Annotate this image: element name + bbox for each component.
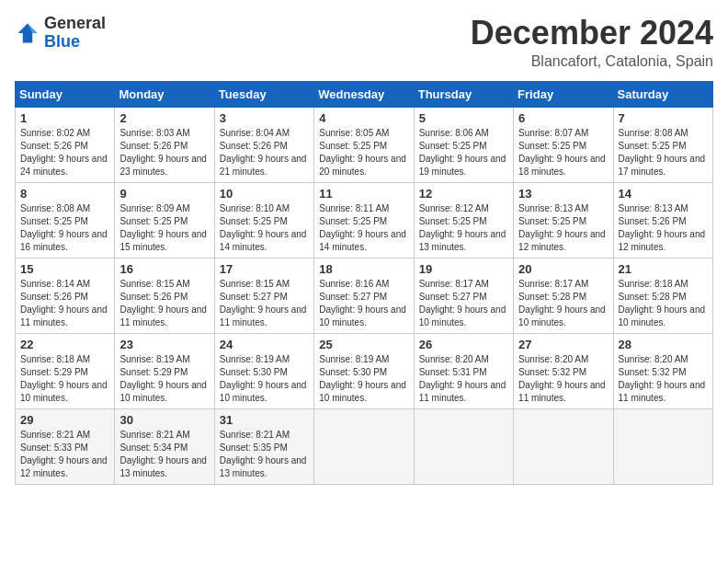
day-cell <box>414 408 513 484</box>
cell-info: Sunrise: 8:03 AMSunset: 5:26 PMDaylight:… <box>119 127 209 178</box>
day-cell: 29 Sunrise: 8:21 AMSunset: 5:33 PMDaylig… <box>16 408 115 484</box>
day-number: 25 <box>319 338 408 351</box>
day-cell: 9 Sunrise: 8:09 AMSunset: 5:25 PMDayligh… <box>115 182 214 258</box>
day-number: 4 <box>319 111 408 125</box>
col-friday: Friday <box>514 81 613 107</box>
cell-info: Sunrise: 8:19 AMSunset: 5:29 PMDaylight:… <box>119 353 209 405</box>
day-cell: 16 Sunrise: 8:15 AMSunset: 5:26 PMDaylig… <box>115 258 214 333</box>
cell-info: Sunrise: 8:13 AMSunset: 5:25 PMDaylight:… <box>518 202 608 254</box>
cell-info: Sunrise: 8:05 AMSunset: 5:25 PMDaylight:… <box>319 127 408 178</box>
day-cell: 24 Sunrise: 8:19 AMSunset: 5:30 PMDaylig… <box>214 333 313 408</box>
day-cell: 18 Sunrise: 8:16 AMSunset: 5:27 PMDaylig… <box>314 258 414 333</box>
day-cell: 19 Sunrise: 8:17 AMSunset: 5:27 PMDaylig… <box>414 258 513 333</box>
day-cell: 25 Sunrise: 8:19 AMSunset: 5:30 PMDaylig… <box>314 333 414 408</box>
cell-info: Sunrise: 8:18 AMSunset: 5:29 PMDaylight:… <box>20 353 109 405</box>
day-cell: 22 Sunrise: 8:18 AMSunset: 5:29 PMDaylig… <box>16 333 115 408</box>
cell-info: Sunrise: 8:18 AMSunset: 5:28 PMDaylight:… <box>619 278 708 329</box>
day-number: 14 <box>619 187 708 201</box>
day-cell: 27 Sunrise: 8:20 AMSunset: 5:32 PMDaylig… <box>514 333 613 408</box>
day-number: 9 <box>119 187 209 201</box>
day-number: 23 <box>119 338 209 351</box>
day-cell: 14 Sunrise: 8:13 AMSunset: 5:26 PMDaylig… <box>613 182 712 258</box>
day-number: 3 <box>220 111 309 125</box>
day-number: 1 <box>20 111 109 125</box>
cell-info: Sunrise: 8:20 AMSunset: 5:32 PMDaylight:… <box>518 353 608 405</box>
day-cell: 30 Sunrise: 8:21 AMSunset: 5:34 PMDaylig… <box>115 408 214 484</box>
day-number: 10 <box>220 187 309 201</box>
week-row-1: 1 Sunrise: 8:02 AMSunset: 5:26 PMDayligh… <box>16 107 713 182</box>
cell-info: Sunrise: 8:21 AMSunset: 5:33 PMDaylight:… <box>20 429 109 480</box>
day-cell: 7 Sunrise: 8:08 AMSunset: 5:25 PMDayligh… <box>613 107 712 182</box>
day-cell: 1 Sunrise: 8:02 AMSunset: 5:26 PMDayligh… <box>16 107 115 182</box>
month-title: December 2024 <box>471 15 713 52</box>
cell-info: Sunrise: 8:20 AMSunset: 5:31 PMDaylight:… <box>419 353 508 405</box>
day-cell <box>514 408 613 484</box>
day-number: 31 <box>220 413 309 427</box>
title-area: December 2024 Blancafort, Catalonia, Spa… <box>471 15 713 70</box>
cell-info: Sunrise: 8:13 AMSunset: 5:26 PMDaylight:… <box>619 202 708 254</box>
day-cell <box>613 408 712 484</box>
cell-info: Sunrise: 8:21 AMSunset: 5:34 PMDaylight:… <box>119 429 209 480</box>
day-number: 30 <box>119 413 209 427</box>
day-cell: 4 Sunrise: 8:05 AMSunset: 5:25 PMDayligh… <box>314 107 414 182</box>
day-number: 11 <box>319 187 408 201</box>
col-sunday: Sunday <box>16 81 115 107</box>
day-number: 2 <box>119 111 209 125</box>
day-number: 17 <box>220 262 309 276</box>
day-number: 13 <box>518 187 608 201</box>
cell-info: Sunrise: 8:12 AMSunset: 5:25 PMDaylight:… <box>419 202 508 254</box>
cell-info: Sunrise: 8:17 AMSunset: 5:27 PMDaylight:… <box>419 278 508 329</box>
day-number: 8 <box>20 187 109 201</box>
day-number: 21 <box>619 262 708 276</box>
day-cell: 10 Sunrise: 8:10 AMSunset: 5:25 PMDaylig… <box>214 182 313 258</box>
day-cell: 21 Sunrise: 8:18 AMSunset: 5:28 PMDaylig… <box>613 258 712 333</box>
day-cell: 31 Sunrise: 8:21 AMSunset: 5:35 PMDaylig… <box>214 408 313 484</box>
cell-info: Sunrise: 8:14 AMSunset: 5:26 PMDaylight:… <box>20 278 109 329</box>
week-row-2: 8 Sunrise: 8:08 AMSunset: 5:25 PMDayligh… <box>16 182 713 258</box>
day-number: 5 <box>419 111 508 125</box>
day-cell: 2 Sunrise: 8:03 AMSunset: 5:26 PMDayligh… <box>115 107 214 182</box>
day-number: 26 <box>419 338 508 351</box>
day-cell: 17 Sunrise: 8:15 AMSunset: 5:27 PMDaylig… <box>214 258 313 333</box>
cell-info: Sunrise: 8:04 AMSunset: 5:26 PMDaylight:… <box>220 127 309 178</box>
day-number: 24 <box>220 338 309 351</box>
day-number: 29 <box>20 413 109 427</box>
cell-info: Sunrise: 8:09 AMSunset: 5:25 PMDaylight:… <box>119 202 209 254</box>
day-cell: 5 Sunrise: 8:06 AMSunset: 5:25 PMDayligh… <box>414 107 513 182</box>
cell-info: Sunrise: 8:20 AMSunset: 5:32 PMDaylight:… <box>619 353 708 405</box>
calendar-table: Sunday Monday Tuesday Wednesday Thursday… <box>15 81 713 485</box>
cell-info: Sunrise: 8:17 AMSunset: 5:28 PMDaylight:… <box>518 278 608 329</box>
day-cell: 15 Sunrise: 8:14 AMSunset: 5:26 PMDaylig… <box>16 258 115 333</box>
day-number: 20 <box>518 262 608 276</box>
day-cell: 26 Sunrise: 8:20 AMSunset: 5:31 PMDaylig… <box>414 333 513 408</box>
day-number: 15 <box>20 262 109 276</box>
col-thursday: Thursday <box>414 81 513 107</box>
day-cell: 12 Sunrise: 8:12 AMSunset: 5:25 PMDaylig… <box>414 182 513 258</box>
day-number: 16 <box>119 262 209 276</box>
col-tuesday: Tuesday <box>214 81 313 107</box>
cell-info: Sunrise: 8:21 AMSunset: 5:35 PMDaylight:… <box>220 429 309 480</box>
cell-info: Sunrise: 8:02 AMSunset: 5:26 PMDaylight:… <box>20 127 109 178</box>
week-row-3: 15 Sunrise: 8:14 AMSunset: 5:26 PMDaylig… <box>16 258 713 333</box>
header-row: Sunday Monday Tuesday Wednesday Thursday… <box>16 81 713 107</box>
location: Blancafort, Catalonia, Spain <box>471 53 713 70</box>
day-number: 6 <box>518 111 608 125</box>
day-number: 18 <box>319 262 408 276</box>
col-monday: Monday <box>115 81 214 107</box>
day-cell: 6 Sunrise: 8:07 AMSunset: 5:25 PMDayligh… <box>514 107 613 182</box>
day-number: 19 <box>419 262 508 276</box>
logo: General Blue <box>15 15 106 52</box>
col-saturday: Saturday <box>613 81 712 107</box>
day-number: 22 <box>20 338 109 351</box>
cell-info: Sunrise: 8:08 AMSunset: 5:25 PMDaylight:… <box>20 202 109 254</box>
day-cell: 23 Sunrise: 8:19 AMSunset: 5:29 PMDaylig… <box>115 333 214 408</box>
day-number: 12 <box>419 187 508 201</box>
cell-info: Sunrise: 8:19 AMSunset: 5:30 PMDaylight:… <box>319 353 408 405</box>
day-number: 27 <box>518 338 608 351</box>
cell-info: Sunrise: 8:15 AMSunset: 5:26 PMDaylight:… <box>119 278 209 329</box>
day-cell: 28 Sunrise: 8:20 AMSunset: 5:32 PMDaylig… <box>613 333 712 408</box>
day-cell: 20 Sunrise: 8:17 AMSunset: 5:28 PMDaylig… <box>514 258 613 333</box>
day-number: 28 <box>619 338 708 351</box>
cell-info: Sunrise: 8:10 AMSunset: 5:25 PMDaylight:… <box>220 202 309 254</box>
cell-info: Sunrise: 8:08 AMSunset: 5:25 PMDaylight:… <box>619 127 708 178</box>
